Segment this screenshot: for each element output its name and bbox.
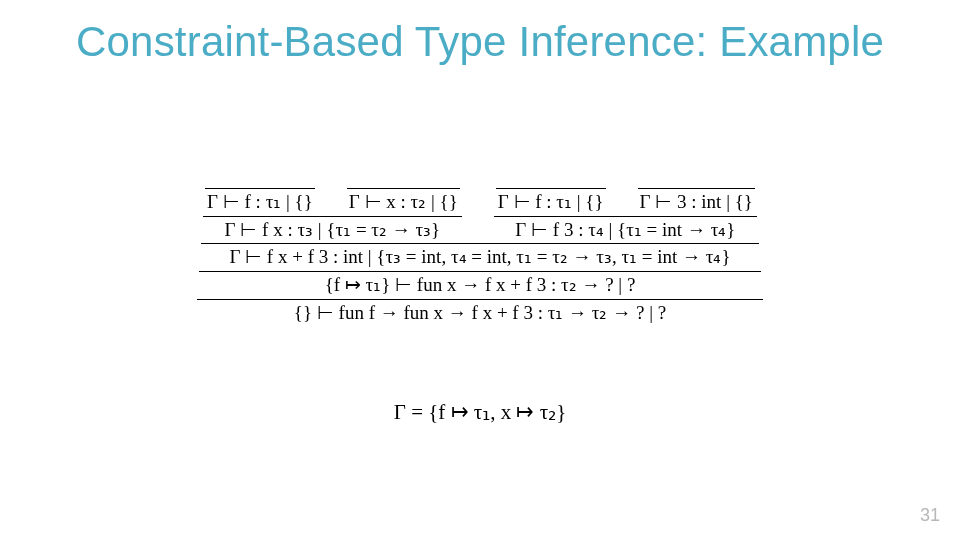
deriv-fx: Γ ⊢ f : τ₁ | {} Γ ⊢ x : τ₂ | {}: [203, 170, 462, 242]
deriv-funf: Γ ⊢ f : τ₁ | {} Γ ⊢ x : τ₂ | {}: [197, 170, 763, 325]
deriv-funx: Γ ⊢ f : τ₁ | {} Γ ⊢ x : τ₂ | {}: [199, 170, 761, 298]
page-number: 31: [920, 505, 940, 526]
slide-title: Constraint-Based Type Inference: Example: [0, 18, 960, 66]
proof-tree: Γ ⊢ f : τ₁ | {} Γ ⊢ x : τ₂ | {}: [0, 170, 960, 325]
slide: Constraint-Based Type Inference: Example: [0, 0, 960, 540]
deriv-f3: Γ ⊢ f : τ₁ | {} Γ ⊢ 3 : int | {}: [494, 170, 757, 242]
deriv-sum: Γ ⊢ f : τ₁ | {} Γ ⊢ x : τ₂ | {}: [201, 170, 759, 270]
axiom-f-tau1-b: Γ ⊢ f : τ₁ | {}: [496, 188, 606, 215]
axiom-3-int: Γ ⊢ 3 : int | {}: [638, 188, 755, 215]
axiom-x-tau2: Γ ⊢ x : τ₂ | {}: [347, 188, 460, 215]
axiom-f-tau1: Γ ⊢ f : τ₁ | {}: [205, 188, 315, 215]
context-gamma: Γ = {f ↦ τ₁, x ↦ τ₂}: [0, 400, 960, 425]
